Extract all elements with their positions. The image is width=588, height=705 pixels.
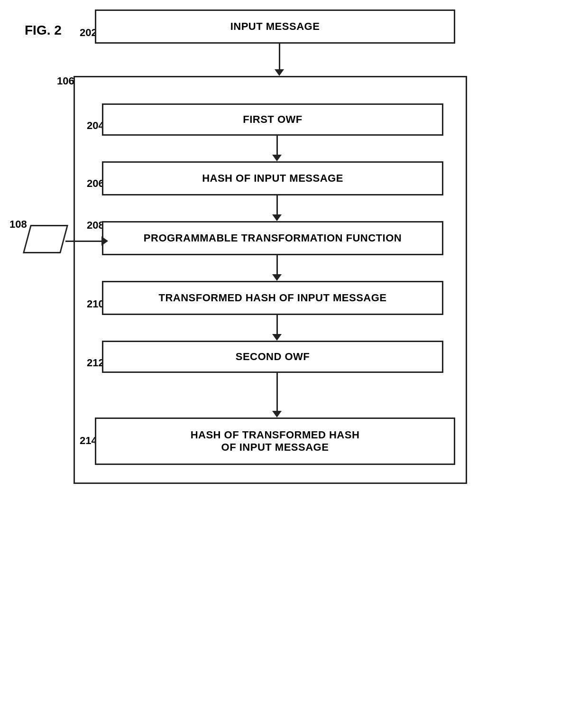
arrow-5: [272, 315, 282, 341]
parallelogram-108: [27, 225, 64, 253]
arrow-6: [272, 373, 282, 417]
hash-transformed-line1: HASH OF TRANSFORMED HASH: [191, 429, 360, 441]
arrow-head-6: [272, 411, 282, 417]
ptf-box: PROGRAMMABLE TRANSFORMATION FUNCTION: [102, 221, 443, 255]
arrow-head-4: [272, 274, 282, 281]
ref-106: 106: [57, 75, 74, 87]
arrow-3: [272, 195, 282, 221]
arrow-4: [272, 255, 282, 281]
arrow-para-line: [65, 241, 101, 242]
arrow-line-6: [276, 373, 278, 411]
arrow-head-5: [272, 334, 282, 341]
arrow-line-5: [276, 315, 278, 334]
arrow-head-2: [272, 155, 282, 161]
transformed-hash-label: TRANSFORMED HASH OF INPUT MESSAGE: [159, 292, 387, 304]
second-owf-label: SECOND OWF: [236, 351, 310, 363]
arrow-para-to-ptf: [65, 236, 108, 246]
hash-transformed-line2: OF INPUT MESSAGE: [221, 441, 329, 454]
hash-input-message-box: HASH OF INPUT MESSAGE: [102, 161, 443, 195]
arrow-line-1: [279, 44, 280, 69]
arrow-line-3: [276, 195, 278, 214]
parallelogram-shape: [23, 225, 68, 253]
transformed-hash-box: TRANSFORMED HASH OF INPUT MESSAGE: [102, 281, 443, 315]
input-message-label: INPUT MESSAGE: [230, 20, 320, 33]
hash-input-message-label: HASH OF INPUT MESSAGE: [202, 172, 343, 185]
arrow-line-4: [276, 255, 278, 274]
arrow-2: [272, 136, 282, 161]
arrow-para-head: [101, 236, 108, 246]
arrow-head-1: [275, 69, 284, 76]
second-owf-box: SECOND OWF: [102, 341, 443, 373]
arrow-head-3: [272, 214, 282, 221]
ref-108: 108: [9, 218, 27, 231]
arrow-1: [275, 44, 284, 76]
ptf-label: PROGRAMMABLE TRANSFORMATION FUNCTION: [144, 232, 402, 244]
input-message-box: INPUT MESSAGE: [95, 9, 455, 44]
first-owf-label: FIRST OWF: [243, 113, 302, 126]
hash-transformed-hash-box: HASH OF TRANSFORMED HASH OF INPUT MESSAG…: [95, 417, 455, 465]
first-owf-box: FIRST OWF: [102, 103, 443, 136]
arrow-line-2: [276, 136, 278, 155]
